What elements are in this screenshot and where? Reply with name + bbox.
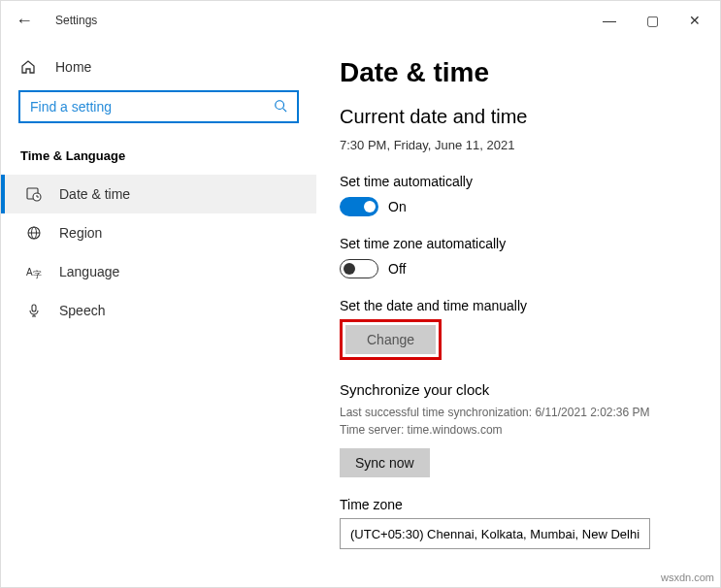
svg-line-1 xyxy=(283,108,287,112)
minimize-button[interactable]: — xyxy=(588,3,631,38)
maximize-icon: ▢ xyxy=(646,13,659,28)
home-label: Home xyxy=(55,59,91,75)
calendar-clock-icon xyxy=(24,186,44,202)
close-icon: ✕ xyxy=(689,13,701,28)
timezone-value: (UTC+05:30) Chennai, Kolkata, Mumbai, Ne… xyxy=(350,527,639,541)
sidebar-item-label: Region xyxy=(59,225,102,241)
manual-set-label: Set the date and time manually xyxy=(340,298,697,313)
main-panel: Date & time Current date and time 7:30 P… xyxy=(316,40,720,588)
svg-text:字: 字 xyxy=(33,270,42,279)
toggle-knob xyxy=(344,263,355,275)
search-input[interactable] xyxy=(18,90,299,123)
category-title: Time & Language xyxy=(1,137,316,175)
arrow-left-icon: ← xyxy=(16,11,33,31)
sidebar-item-label: Speech xyxy=(59,303,105,318)
auto-time-state: On xyxy=(388,199,407,214)
change-button[interactable]: Change xyxy=(345,325,436,354)
auto-time-toggle[interactable] xyxy=(340,197,378,216)
svg-rect-9 xyxy=(32,305,36,311)
timezone-select[interactable]: (UTC+05:30) Chennai, Kolkata, Mumbai, Ne… xyxy=(340,518,650,549)
sidebar-item-date-time[interactable]: Date & time xyxy=(1,175,316,213)
sync-last-line: Last successful time synchronization: 6/… xyxy=(340,404,697,421)
sidebar-item-label: Language xyxy=(59,264,119,279)
auto-tz-label: Set time zone automatically xyxy=(340,236,697,251)
globe-icon xyxy=(24,225,44,241)
language-icon: A字 xyxy=(24,264,44,279)
minimize-icon: — xyxy=(603,13,616,28)
sidebar-item-region[interactable]: Region xyxy=(1,213,316,252)
sidebar-item-label: Date & time xyxy=(59,186,130,202)
search-icon xyxy=(274,99,287,115)
section-subtitle: Current date and time xyxy=(340,106,697,128)
sync-now-button[interactable]: Sync now xyxy=(340,448,430,477)
sidebar-item-speech[interactable]: Speech xyxy=(1,291,316,330)
svg-text:A: A xyxy=(26,267,33,278)
attribution: wsxdn.com xyxy=(661,572,714,583)
highlight-annotation: Change xyxy=(340,319,442,360)
page-title: Date & time xyxy=(340,57,697,88)
window-controls: — ▢ ✕ xyxy=(588,3,716,38)
maximize-button[interactable]: ▢ xyxy=(631,3,673,38)
sidebar-item-language[interactable]: A字 Language xyxy=(1,252,316,291)
timezone-label: Time zone xyxy=(340,497,697,512)
sync-info: Last successful time synchronization: 6/… xyxy=(340,404,697,439)
auto-tz-state: Off xyxy=(388,261,406,277)
toggle-knob xyxy=(364,201,376,212)
back-button[interactable]: ← xyxy=(5,1,44,40)
sidebar-home[interactable]: Home xyxy=(1,51,316,82)
auto-time-label: Set time automatically xyxy=(340,174,697,189)
close-button[interactable]: ✕ xyxy=(673,3,716,38)
home-icon xyxy=(20,59,40,75)
svg-point-0 xyxy=(276,100,284,109)
titlebar: ← Settings — ▢ ✕ xyxy=(1,1,720,40)
app-title: Settings xyxy=(44,14,97,27)
search-field[interactable] xyxy=(30,99,274,114)
current-datetime: 7:30 PM, Friday, June 11, 2021 xyxy=(340,138,697,152)
microphone-icon xyxy=(24,303,44,318)
auto-tz-toggle[interactable] xyxy=(340,259,378,278)
sync-server-line: Time server: time.windows.com xyxy=(340,421,697,439)
sync-title: Synchronize your clock xyxy=(340,381,697,398)
sidebar: Home Time & Language Date & time Region xyxy=(1,40,316,588)
